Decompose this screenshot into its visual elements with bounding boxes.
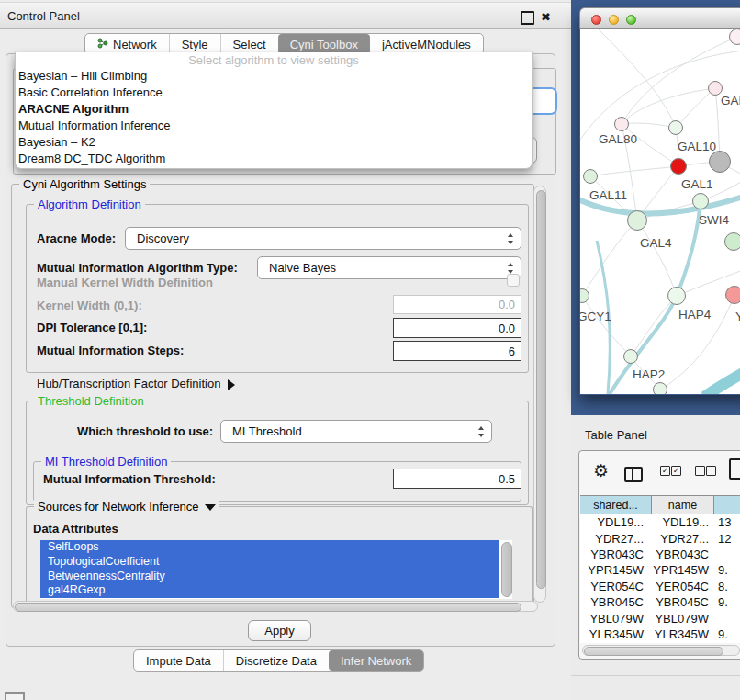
algorithm-option[interactable]: Bayesian – K2	[16, 134, 532, 151]
table-cell[interactable]: YBR043C	[580, 548, 652, 561]
tab-impute-data[interactable]: Impute Data	[134, 650, 223, 671]
table-cell[interactable]: YPR145W	[580, 563, 652, 577]
horizontal-scrollbar-thumb[interactable]	[15, 603, 521, 612]
tab-style[interactable]: Style	[169, 34, 220, 54]
tab-infer-network[interactable]: Infer Network	[329, 650, 423, 671]
tab-discretize-data[interactable]: Discretize Data	[223, 650, 329, 671]
network-node[interactable]	[724, 232, 740, 251]
algorithm-option[interactable]: Dream8 DC_TDC Algorithm	[16, 151, 532, 167]
table-row[interactable]: YPR145WYPR145W9.	[580, 562, 740, 578]
table-cell[interactable]: YBL079W	[652, 612, 714, 626]
network-node[interactable]	[729, 29, 740, 45]
network-node[interactable]	[653, 382, 667, 394]
network-node-gal11[interactable]	[583, 169, 598, 184]
table-cell[interactable]: YPR145W	[652, 563, 714, 577]
mi-threshold-field[interactable]: 0.5	[393, 469, 521, 489]
table-cell[interactable]: YDR27...	[652, 532, 714, 546]
kernel-width-field[interactable]: 0.0	[393, 295, 521, 314]
table-row[interactable]: YBR045CYBR045C9.	[580, 594, 740, 610]
network-node-hap4[interactable]	[667, 287, 686, 305]
table-cell[interactable]: YBL079W	[580, 612, 652, 626]
table-row[interactable]: YBR043CYBR043C	[580, 547, 740, 562]
algorithm-option[interactable]: Basic Correlation Inference	[16, 85, 532, 101]
data-attribute-item[interactable]: BetweennessCentrality	[40, 570, 499, 584]
table-cell[interactable]: YDL19...	[580, 515, 652, 529]
horizontal-scrollbar[interactable]	[13, 601, 538, 612]
manual-kernel-width-checkbox[interactable]	[507, 274, 520, 287]
network-node-gal4[interactable]	[627, 210, 647, 231]
data-attribute-item[interactable]: gal4RGexp	[40, 583, 499, 598]
algorithm-option[interactable]: ARACNE Algorithm	[16, 101, 532, 118]
column-header-shared-name[interactable]: shared...	[580, 496, 652, 514]
network-window-titlebar[interactable]	[579, 7, 740, 29]
table-row[interactable]: YLR345WYLR345W9.	[580, 627, 740, 642]
data-attribute-item[interactable]: TopologicalCoefficient	[40, 555, 499, 570]
table-cell[interactable]: YLR345W	[580, 627, 652, 641]
sources-group-title[interactable]: Sources for Network Inference	[34, 500, 219, 514]
table-cell[interactable]: YBR043C	[652, 548, 714, 561]
close-icon[interactable]: ✖	[541, 12, 551, 22]
tab-jactivemnodules[interactable]: jActiveMNodules	[370, 34, 483, 54]
table-row[interactable]: YDL19...YDL19...13	[580, 514, 740, 530]
table-cell[interactable]: 12	[714, 532, 740, 546]
dpi-tolerance-field[interactable]: 0.0	[393, 318, 521, 338]
network-view-window[interactable]: GALGAL80GAL10GAL1GAL11SWI4GAL4GCY1HAP4YH…	[579, 7, 740, 395]
table-cell[interactable]: 9.	[714, 563, 740, 577]
table-cell[interactable]: 9.	[714, 595, 740, 609]
settings-vertical-scrollbar[interactable]	[533, 186, 546, 603]
aracne-mode-combobox[interactable]: Discovery	[125, 227, 521, 250]
close-traffic-light-icon[interactable]	[591, 15, 601, 25]
column-header-name[interactable]: name	[652, 496, 714, 514]
grip-icon[interactable]	[5, 692, 25, 700]
table-cell[interactable]: YDL19...	[652, 515, 714, 529]
checked-checkbox-icon[interactable]: ✓	[660, 466, 670, 476]
network-node-hap2[interactable]	[623, 349, 638, 364]
mi-steps-field[interactable]: 6	[393, 341, 521, 361]
unchecked-checkbox-icon[interactable]	[706, 466, 716, 476]
table-cell[interactable]: YDR27...	[580, 532, 652, 546]
network-node-swi4[interactable]	[692, 193, 709, 209]
table-horizontal-scrollbar[interactable]	[582, 645, 740, 656]
column-header-third[interactable]	[714, 496, 740, 514]
tab-cyni-toolbox[interactable]: Cyni Toolbox	[278, 34, 370, 54]
hub-transcription-factor-toggle[interactable]: Hub/Transcription Factor Definition	[37, 377, 235, 390]
table-row[interactable]: YER054CYER054C8.	[580, 579, 740, 594]
tab-network[interactable]: Network	[85, 34, 169, 54]
table-cell[interactable]: YER054C	[580, 580, 652, 593]
table-row[interactable]: YDR27...YDR27...12	[580, 530, 740, 546]
minimize-traffic-light-icon[interactable]	[609, 15, 619, 25]
table-cell[interactable]: 13	[714, 515, 740, 529]
table-horizontal-scrollbar-thumb[interactable]	[584, 647, 723, 656]
zoom-traffic-light-icon[interactable]	[626, 15, 636, 25]
settings-vertical-scrollbar-thumb[interactable]	[536, 190, 546, 589]
table-cell[interactable]: YBR045C	[652, 595, 714, 609]
network-node-gal1[interactable]	[670, 158, 687, 175]
mi-algorithm-type-combobox[interactable]: Naive Bayes	[257, 256, 521, 279]
float-window-icon[interactable]	[521, 11, 534, 25]
gear-icon[interactable]: ⚙	[593, 462, 609, 480]
table-cell[interactable]: 9.	[714, 627, 740, 641]
table-row[interactable]: YBL079WYBL079W	[580, 610, 740, 626]
table-cell[interactable]: YLR345W	[652, 627, 714, 641]
attributes-scrollbar-thumb[interactable]	[501, 542, 512, 597]
algorithm-option[interactable]: Bayesian – Hill Climbing	[16, 68, 532, 85]
split-columns-icon[interactable]	[624, 467, 643, 482]
which-threshold-combobox[interactable]: MI Threshold	[220, 420, 492, 443]
network-node[interactable]	[709, 151, 731, 173]
data-attributes-list[interactable]: SelfLoopsTopologicalCoefficientBetweenne…	[40, 540, 512, 599]
document-icon[interactable]	[729, 458, 740, 480]
apply-button[interactable]: Apply	[248, 620, 311, 641]
checked-checkbox-icon[interactable]: ✓	[671, 466, 681, 476]
unchecked-checkbox-icon[interactable]	[695, 466, 705, 476]
tab-select[interactable]: Select	[220, 34, 278, 54]
table-cell[interactable]: 8.	[714, 580, 740, 593]
network-node-y[interactable]	[725, 286, 740, 304]
network-canvas[interactable]: GALGAL80GAL10GAL1GAL11SWI4GAL4GCY1HAP4YH…	[580, 29, 740, 394]
algorithm-option[interactable]: Mutual Information Inference	[16, 118, 532, 134]
network-node-gal10[interactable]	[668, 120, 683, 135]
table-cell[interactable]: YER054C	[652, 580, 714, 593]
data-attribute-item[interactable]: SelfLoops	[40, 540, 499, 555]
table-cell[interactable]: YBR045C	[580, 595, 652, 609]
network-node-gal80[interactable]	[614, 117, 629, 131]
table-row[interactable]: YIL052CYIL052C9	[580, 642, 740, 643]
